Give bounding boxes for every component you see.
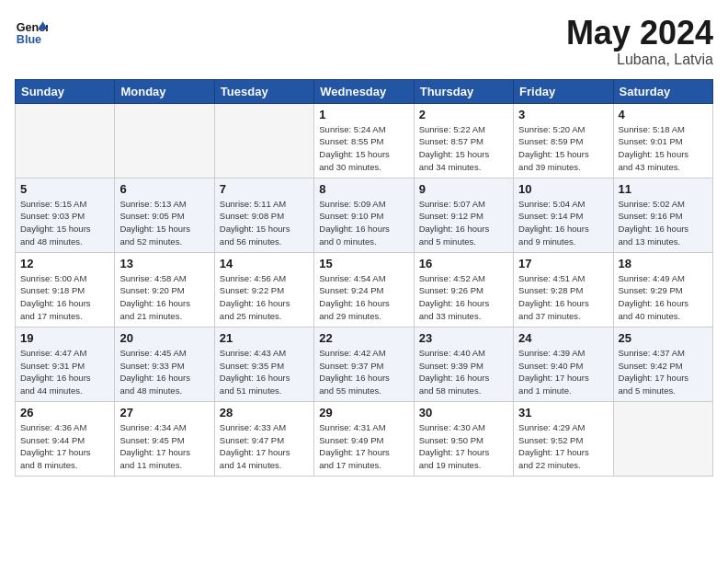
- location-label: Lubana, Latvia: [566, 52, 713, 68]
- day-info: Sunrise: 5:07 AM Sunset: 9:12 PM Dayligh…: [419, 198, 508, 248]
- calendar-cell: 8Sunrise: 5:09 AM Sunset: 9:10 PM Daylig…: [314, 178, 414, 252]
- day-info: Sunrise: 4:58 AM Sunset: 9:20 PM Dayligh…: [119, 272, 209, 323]
- day-number: 19: [20, 331, 109, 345]
- calendar-week-3: 12Sunrise: 5:00 AM Sunset: 9:18 PM Dayli…: [16, 252, 713, 327]
- day-header-friday: Friday: [514, 79, 613, 103]
- calendar-cell: 11Sunrise: 5:02 AM Sunset: 9:16 PM Dayli…: [613, 178, 712, 252]
- day-header-thursday: Thursday: [414, 79, 513, 103]
- day-info: Sunrise: 4:45 AM Sunset: 9:33 PM Dayligh…: [119, 347, 209, 397]
- calendar-header-row: SundayMondayTuesdayWednesdayThursdayFrid…: [16, 79, 713, 103]
- day-info: Sunrise: 5:04 AM Sunset: 9:14 PM Dayligh…: [518, 198, 608, 248]
- calendar-cell: [613, 401, 712, 476]
- day-info: Sunrise: 5:15 AM Sunset: 9:03 PM Dayligh…: [20, 198, 109, 248]
- day-info: Sunrise: 4:54 AM Sunset: 9:24 PM Dayligh…: [319, 272, 408, 323]
- calendar-cell: 23Sunrise: 4:40 AM Sunset: 9:39 PM Dayli…: [414, 327, 513, 401]
- day-info: Sunrise: 5:09 AM Sunset: 9:10 PM Dayligh…: [319, 198, 408, 248]
- calendar-cell: 13Sunrise: 4:58 AM Sunset: 9:20 PM Dayli…: [115, 252, 214, 327]
- calendar-cell: 26Sunrise: 4:36 AM Sunset: 9:44 PM Dayli…: [16, 401, 115, 476]
- day-header-monday: Monday: [115, 79, 214, 103]
- day-info: Sunrise: 4:52 AM Sunset: 9:26 PM Dayligh…: [419, 272, 508, 323]
- calendar-cell: [16, 103, 115, 178]
- day-info: Sunrise: 4:49 AM Sunset: 9:29 PM Dayligh…: [619, 272, 708, 323]
- day-number: 25: [619, 331, 708, 345]
- day-header-wednesday: Wednesday: [314, 79, 414, 103]
- day-info: Sunrise: 4:39 AM Sunset: 9:40 PM Dayligh…: [518, 347, 608, 397]
- day-number: 8: [319, 182, 408, 196]
- calendar-cell: 3Sunrise: 5:20 AM Sunset: 8:59 PM Daylig…: [514, 103, 613, 178]
- day-info: Sunrise: 4:36 AM Sunset: 9:44 PM Dayligh…: [20, 421, 109, 472]
- calendar-cell: 1Sunrise: 5:24 AM Sunset: 8:55 PM Daylig…: [314, 103, 414, 178]
- day-number: 11: [619, 182, 708, 196]
- day-info: Sunrise: 4:47 AM Sunset: 9:31 PM Dayligh…: [20, 347, 109, 397]
- day-info: Sunrise: 5:11 AM Sunset: 9:08 PM Dayligh…: [220, 198, 309, 248]
- day-number: 14: [220, 257, 309, 270]
- calendar-cell: 20Sunrise: 4:45 AM Sunset: 9:33 PM Dayli…: [115, 327, 214, 401]
- day-number: 30: [419, 406, 508, 419]
- day-number: 24: [518, 331, 608, 345]
- day-number: 1: [319, 108, 408, 121]
- calendar-week-4: 19Sunrise: 4:47 AM Sunset: 9:31 PM Dayli…: [16, 327, 713, 401]
- calendar-cell: 6Sunrise: 5:13 AM Sunset: 9:05 PM Daylig…: [115, 178, 214, 252]
- calendar-cell: 31Sunrise: 4:29 AM Sunset: 9:52 PM Dayli…: [514, 401, 613, 476]
- calendar-cell: 15Sunrise: 4:54 AM Sunset: 9:24 PM Dayli…: [314, 252, 414, 327]
- day-info: Sunrise: 4:29 AM Sunset: 9:52 PM Dayligh…: [518, 421, 608, 472]
- day-info: Sunrise: 4:56 AM Sunset: 9:22 PM Dayligh…: [220, 272, 309, 323]
- day-number: 5: [20, 182, 109, 196]
- calendar-cell: 10Sunrise: 5:04 AM Sunset: 9:14 PM Dayli…: [514, 178, 613, 252]
- day-number: 23: [419, 331, 508, 345]
- day-number: 17: [518, 257, 608, 270]
- calendar-cell: 12Sunrise: 5:00 AM Sunset: 9:18 PM Dayli…: [16, 252, 115, 327]
- calendar-week-2: 5Sunrise: 5:15 AM Sunset: 9:03 PM Daylig…: [16, 178, 713, 252]
- calendar-cell: 22Sunrise: 4:42 AM Sunset: 9:37 PM Dayli…: [314, 327, 414, 401]
- day-info: Sunrise: 5:24 AM Sunset: 8:55 PM Dayligh…: [319, 123, 408, 174]
- calendar-cell: 28Sunrise: 4:33 AM Sunset: 9:47 PM Dayli…: [214, 401, 313, 476]
- day-number: 28: [220, 406, 309, 419]
- day-number: 7: [220, 182, 309, 196]
- day-number: 22: [319, 331, 408, 345]
- day-number: 9: [419, 182, 508, 196]
- day-info: Sunrise: 4:42 AM Sunset: 9:37 PM Dayligh…: [319, 347, 408, 397]
- calendar-cell: 25Sunrise: 4:37 AM Sunset: 9:42 PM Dayli…: [613, 327, 712, 401]
- day-number: 13: [119, 257, 209, 270]
- day-info: Sunrise: 4:37 AM Sunset: 9:42 PM Dayligh…: [619, 347, 708, 397]
- day-info: Sunrise: 4:30 AM Sunset: 9:50 PM Dayligh…: [419, 421, 508, 472]
- day-info: Sunrise: 5:18 AM Sunset: 9:01 PM Dayligh…: [619, 123, 708, 174]
- calendar-cell: [214, 103, 313, 178]
- day-number: 3: [518, 108, 608, 121]
- calendar-cell: 19Sunrise: 4:47 AM Sunset: 9:31 PM Dayli…: [16, 327, 115, 401]
- calendar-cell: 29Sunrise: 4:31 AM Sunset: 9:49 PM Dayli…: [314, 401, 414, 476]
- day-info: Sunrise: 4:40 AM Sunset: 9:39 PM Dayligh…: [419, 347, 508, 397]
- calendar-cell: 17Sunrise: 4:51 AM Sunset: 9:28 PM Dayli…: [514, 252, 613, 327]
- day-header-saturday: Saturday: [613, 79, 712, 103]
- day-number: 10: [518, 182, 608, 196]
- day-number: 27: [119, 406, 209, 419]
- calendar-cell: 9Sunrise: 5:07 AM Sunset: 9:12 PM Daylig…: [414, 178, 513, 252]
- day-info: Sunrise: 5:02 AM Sunset: 9:16 PM Dayligh…: [619, 198, 708, 248]
- calendar-cell: 21Sunrise: 4:43 AM Sunset: 9:35 PM Dayli…: [214, 327, 313, 401]
- day-number: 2: [419, 108, 508, 121]
- calendar-cell: 18Sunrise: 4:49 AM Sunset: 9:29 PM Dayli…: [613, 252, 712, 327]
- day-number: 20: [119, 331, 209, 345]
- day-number: 26: [20, 406, 109, 419]
- day-number: 18: [619, 257, 708, 270]
- day-info: Sunrise: 4:51 AM Sunset: 9:28 PM Dayligh…: [518, 272, 608, 323]
- calendar-cell: [115, 103, 214, 178]
- day-info: Sunrise: 4:43 AM Sunset: 9:35 PM Dayligh…: [220, 347, 309, 397]
- title-section: May 2024 Lubana, Latvia: [566, 15, 713, 68]
- calendar-table: SundayMondayTuesdayWednesdayThursdayFrid…: [15, 79, 713, 477]
- day-number: 4: [619, 108, 708, 121]
- day-info: Sunrise: 5:00 AM Sunset: 9:18 PM Dayligh…: [20, 272, 109, 323]
- day-number: 12: [20, 257, 109, 270]
- month-year-title: May 2024: [566, 15, 713, 52]
- day-header-sunday: Sunday: [16, 79, 115, 103]
- day-info: Sunrise: 5:20 AM Sunset: 8:59 PM Dayligh…: [518, 123, 608, 174]
- day-number: 15: [319, 257, 408, 270]
- day-number: 31: [518, 406, 608, 419]
- calendar-cell: 30Sunrise: 4:30 AM Sunset: 9:50 PM Dayli…: [414, 401, 513, 476]
- calendar-cell: 5Sunrise: 5:15 AM Sunset: 9:03 PM Daylig…: [16, 178, 115, 252]
- day-header-tuesday: Tuesday: [214, 79, 313, 103]
- day-number: 29: [319, 406, 408, 419]
- calendar-week-5: 26Sunrise: 4:36 AM Sunset: 9:44 PM Dayli…: [16, 401, 713, 476]
- logo: General Blue: [15, 15, 48, 48]
- calendar-cell: 2Sunrise: 5:22 AM Sunset: 8:57 PM Daylig…: [414, 103, 513, 178]
